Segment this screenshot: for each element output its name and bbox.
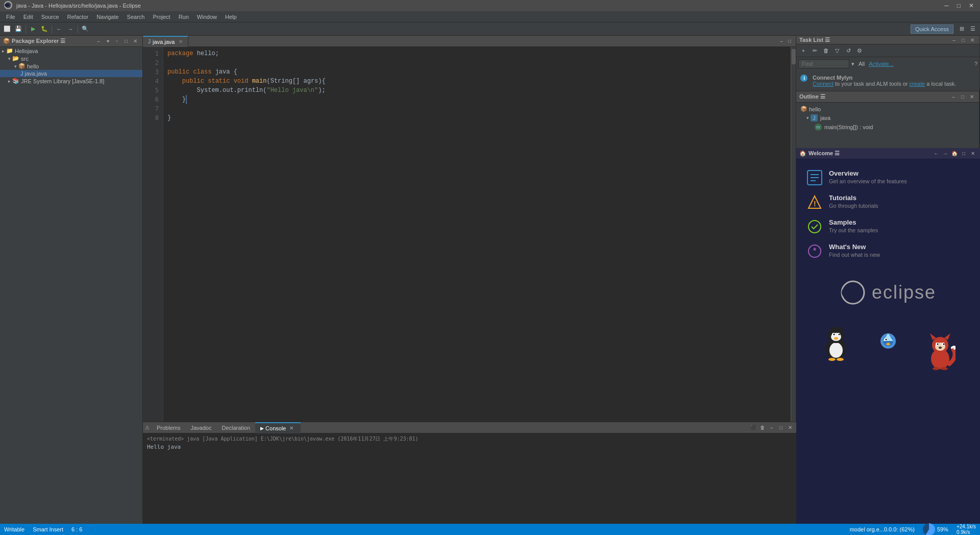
- console-tab-close[interactable]: ✕: [287, 424, 296, 432]
- bottom-content: <terminated> java [Java Application] E:\…: [143, 433, 796, 524]
- minimize-button[interactable]: ─: [942, 2, 951, 10]
- bottom-tab-declaration[interactable]: Declaration: [216, 422, 255, 433]
- bottom-tab-problems[interactable]: Problems: [152, 422, 185, 433]
- console-stop-icon[interactable]: ⬛: [749, 424, 757, 432]
- console-icon: ▶: [260, 426, 264, 431]
- tree-item-jre[interactable]: ▸ 📚 JRE System Library [JavaSE-1.8]: [0, 77, 142, 85]
- editor-minimize-icon[interactable]: –: [777, 37, 786, 45]
- task-search-input[interactable]: [798, 59, 849, 68]
- menu-run[interactable]: Run: [175, 13, 193, 21]
- menu-file[interactable]: File: [2, 13, 19, 21]
- quick-access-button[interactable]: Quick Access: [911, 25, 953, 34]
- welcome-back-icon[interactable]: ←: [932, 150, 940, 158]
- forward-button[interactable]: →: [65, 24, 76, 34]
- pe-menu-icon[interactable]: ▾: [104, 37, 112, 45]
- outline-minimize-icon[interactable]: –: [949, 93, 958, 101]
- svg-point-23: [837, 358, 844, 361]
- tree-item-javajava[interactable]: J java.java: [0, 70, 142, 77]
- welcome-close-icon[interactable]: ✕: [969, 150, 977, 158]
- outline-maximize-icon[interactable]: □: [959, 93, 967, 101]
- welcome-item-overview[interactable]: Overview Get an overview of the features: [806, 169, 970, 186]
- menu-refactor[interactable]: Refactor: [63, 13, 93, 21]
- svg-point-1: [5, 4, 10, 7]
- editor-scrollbar[interactable]: [791, 47, 796, 422]
- welcome-maximize-icon[interactable]: □: [960, 150, 968, 158]
- console-clear-icon[interactable]: 🗑: [758, 424, 767, 432]
- search-button[interactable]: 🔍: [80, 24, 90, 34]
- bottom-tab-icon-problems: ⚠: [143, 425, 152, 430]
- mascot-fox: [925, 331, 955, 373]
- main-area: 📦 Package Explorer ☰ – ▾ ▫ □ ✕ ▸ 📁 Hello…: [0, 36, 980, 524]
- code-area[interactable]: package hello; public class java { publi…: [163, 47, 791, 422]
- tl-minimize-icon[interactable]: –: [950, 36, 958, 44]
- editor-content: 12345678 package hello; public class jav…: [143, 47, 796, 422]
- search-dropdown-icon[interactable]: ▾: [851, 61, 854, 67]
- outline-item-java[interactable]: ▾ J java: [798, 113, 977, 123]
- menu-search[interactable]: Search: [123, 13, 149, 21]
- tab-close-icon[interactable]: ✕: [179, 39, 183, 44]
- scrollbar-thumb[interactable]: [792, 49, 796, 64]
- activate-link[interactable]: Activate...: [869, 61, 893, 67]
- tree-item-hello[interactable]: ▾ 📦 hello: [0, 62, 142, 70]
- tl-maximize-icon[interactable]: □: [959, 36, 967, 44]
- connect-mylyn-text: Connect Mylyn Connect to your task and A…: [813, 75, 956, 87]
- outline-close-icon[interactable]: ✕: [968, 93, 976, 101]
- bottom-tab-javadoc[interactable]: Javadoc: [185, 422, 216, 433]
- console-close-icon[interactable]: ✕: [786, 424, 794, 432]
- create-link[interactable]: create: [910, 81, 925, 87]
- outline-expand-java: ▾: [806, 115, 809, 120]
- outline-item-main[interactable]: m main(String[]) : void: [798, 123, 977, 132]
- back-button[interactable]: ←: [54, 24, 64, 34]
- task-filter-button[interactable]: ▽: [832, 45, 842, 56]
- menu-navigate[interactable]: Navigate: [92, 13, 122, 21]
- welcome-item-samples[interactable]: Samples Try out the samples: [806, 218, 970, 235]
- help-icon[interactable]: ?: [974, 61, 977, 67]
- task-delete-button[interactable]: 🗑: [821, 45, 831, 56]
- tutorials-icon: !: [806, 194, 823, 210]
- class-icon: J: [811, 114, 818, 121]
- editor-maximize-icon[interactable]: □: [786, 37, 794, 45]
- bottom-tab-console[interactable]: ▶ Console ✕: [255, 422, 301, 433]
- pe-collapse-icon[interactable]: –: [94, 37, 103, 45]
- svg-point-21: [834, 337, 838, 340]
- run-button[interactable]: ▶: [28, 24, 38, 34]
- menu-source[interactable]: Source: [37, 13, 63, 21]
- menu-help[interactable]: Help: [221, 13, 241, 21]
- close-button[interactable]: ✕: [967, 2, 976, 10]
- perspective-button[interactable]: ⊞: [957, 24, 967, 34]
- console-minimize-icon[interactable]: –: [768, 424, 776, 432]
- menu-edit[interactable]: Edit: [19, 13, 37, 21]
- menu-window[interactable]: Window: [193, 13, 221, 21]
- welcome-home-icon[interactable]: 🏠: [950, 150, 959, 158]
- welcome-item-tutorials[interactable]: ! Tutorials Go through tutorials: [806, 194, 970, 210]
- maximize-button[interactable]: □: [955, 2, 963, 10]
- save-button[interactable]: 💾: [13, 24, 23, 34]
- task-sync-button[interactable]: ↺: [843, 45, 853, 56]
- icon-bar-button[interactable]: ☰: [968, 24, 978, 34]
- outline-item-hello[interactable]: 📦 hello: [798, 105, 977, 113]
- tl-close-icon[interactable]: ✕: [968, 36, 976, 44]
- pe-minimize-icon[interactable]: ▫: [113, 37, 121, 45]
- debug-button[interactable]: 🐛: [39, 24, 50, 34]
- welcome-item-whatsnew[interactable]: * What's New Find out what is new: [806, 243, 970, 259]
- samples-title: Samples: [829, 218, 878, 226]
- connect-link[interactable]: Connect: [813, 81, 834, 87]
- new-button[interactable]: ⬜: [2, 24, 12, 34]
- pe-close-icon[interactable]: ✕: [131, 37, 139, 45]
- java-file-icon: J: [20, 70, 23, 77]
- task-new-button[interactable]: +: [798, 45, 808, 56]
- bottom-tabs: ⚠ Problems Javadoc Declaration ▶ Console…: [143, 422, 796, 433]
- line-numbers: 12345678: [143, 47, 163, 422]
- menu-project[interactable]: Project: [149, 13, 174, 21]
- task-settings-button[interactable]: ⚙: [854, 45, 865, 56]
- pe-maximize-icon[interactable]: □: [122, 37, 130, 45]
- editor-area: J java.java ✕ – □ 12345678 package hello…: [143, 36, 796, 422]
- tree-item-src[interactable]: ▾ 📂 src: [0, 55, 142, 62]
- welcome-forward-icon[interactable]: →: [941, 150, 949, 158]
- task-edit-button[interactable]: ✏: [810, 45, 820, 56]
- model-label: model org.e...0.0.0: (62%): [850, 526, 915, 532]
- tree-item-hellojava[interactable]: ▸ 📁 Hellojava: [0, 47, 142, 55]
- editor-tab-javajava[interactable]: J java.java ✕: [143, 36, 188, 47]
- svg-text:!: !: [814, 200, 816, 208]
- console-maximize-icon[interactable]: □: [777, 424, 785, 432]
